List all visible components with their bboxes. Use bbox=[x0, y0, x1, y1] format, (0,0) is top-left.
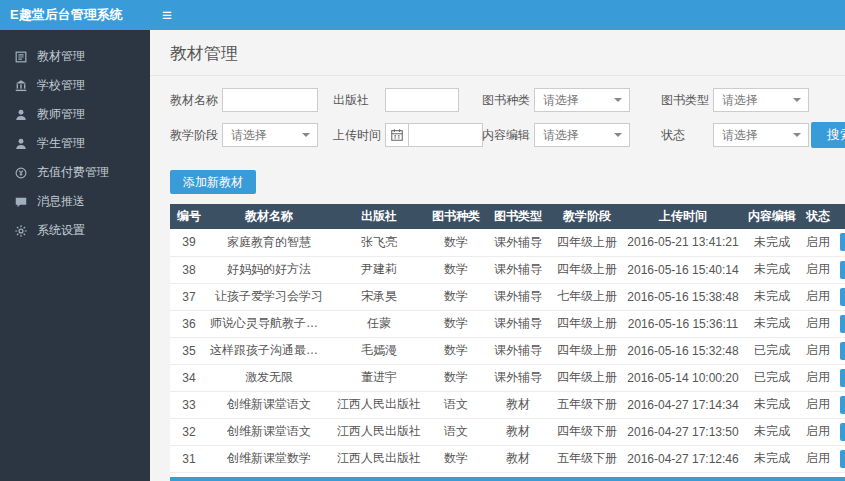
calendar-button[interactable] bbox=[385, 123, 409, 147]
chevron-down-icon bbox=[614, 98, 622, 102]
cell-status: 启用 bbox=[800, 229, 836, 256]
sidebar-item-messages[interactable]: 消息推送 bbox=[0, 187, 150, 216]
row-action-button[interactable] bbox=[840, 288, 845, 306]
filter-book-type: 图书类型 请选择 bbox=[661, 88, 811, 112]
filter-row-2: 教学阶段 请选择 上传时间 内容编辑 bbox=[170, 123, 845, 147]
filter-panel: 教材名称 出版社 图书种类 请选择 图书类型 请 bbox=[150, 76, 845, 147]
cell-category: 数学 bbox=[428, 283, 484, 310]
filter-book-type-label: 图书类型 bbox=[661, 92, 713, 109]
cell-type: 教材 bbox=[484, 391, 552, 418]
filter-content-edit: 内容编辑 请选择 bbox=[482, 123, 661, 147]
sidebar-item-payments[interactable]: 充值付费管理 bbox=[0, 158, 150, 187]
cell-status: 启用 bbox=[800, 283, 836, 310]
gear-icon bbox=[14, 224, 28, 238]
row-action-button[interactable] bbox=[840, 233, 845, 251]
cell-actions bbox=[836, 229, 845, 256]
table-row: 32 创维新课堂语文 江西人民出版社 语文 教材 四年级下册 2016-04-2… bbox=[170, 418, 845, 445]
book-category-select[interactable]: 请选择 bbox=[534, 88, 630, 112]
materials-table-wrap: 编号 教材名称 出版社 图书种类 图书类型 教学阶段 上传时间 内容编辑 状态 … bbox=[170, 204, 845, 481]
row-action-button[interactable] bbox=[840, 261, 845, 279]
cell-time: 2016-05-16 15:36:11 bbox=[622, 310, 744, 337]
cell-name: 创维新课堂语文 bbox=[208, 418, 330, 445]
row-action-button[interactable] bbox=[840, 342, 845, 360]
cell-status: 启用 bbox=[800, 364, 836, 391]
cell-publisher: 江西人民出版社 bbox=[330, 445, 428, 472]
cell-edit: 未完成 bbox=[744, 418, 800, 445]
teacher-user-icon bbox=[14, 108, 28, 122]
add-material-button[interactable]: 添加新教材 bbox=[170, 170, 256, 194]
row-action-button[interactable] bbox=[840, 396, 845, 414]
cell-stage: 四年级下册 bbox=[552, 418, 622, 445]
cell-type: 课外辅导 bbox=[484, 283, 552, 310]
cell-actions bbox=[836, 418, 845, 445]
status-select[interactable]: 请选择 bbox=[713, 123, 809, 147]
cell-id: 38 bbox=[170, 256, 208, 283]
cell-publisher: 尹建莉 bbox=[330, 256, 428, 283]
cell-time: 2016-04-27 17:12:46 bbox=[622, 445, 744, 472]
table-row: 34 激发无限 董进宇 数学 课外辅导 四年级上册 2016-05-14 10:… bbox=[170, 364, 845, 391]
row-action-button[interactable] bbox=[840, 315, 845, 333]
cell-name: 让孩子爱学习会学习 bbox=[208, 283, 330, 310]
cell-id: 39 bbox=[170, 229, 208, 256]
sidebar-item-textbooks[interactable]: 教材管理 bbox=[0, 42, 150, 71]
upload-time-input[interactable] bbox=[409, 123, 483, 147]
content-edit-select[interactable]: 请选择 bbox=[534, 123, 630, 147]
sidebar-item-teachers[interactable]: 教师管理 bbox=[0, 100, 150, 129]
cell-time: 2016-05-16 15:40:14 bbox=[622, 256, 744, 283]
filter-name: 教材名称 bbox=[170, 88, 333, 112]
cell-id: 34 bbox=[170, 364, 208, 391]
cell-actions bbox=[836, 256, 845, 283]
cell-category: 数学 bbox=[428, 229, 484, 256]
cell-edit: 已完成 bbox=[744, 364, 800, 391]
cell-id: 32 bbox=[170, 418, 208, 445]
filter-row-1: 教材名称 出版社 图书种类 请选择 图书类型 请 bbox=[170, 88, 845, 112]
stage-select-value: 请选择 bbox=[231, 127, 267, 144]
material-name-input[interactable] bbox=[222, 88, 318, 112]
message-icon bbox=[14, 195, 28, 209]
cell-category: 数学 bbox=[428, 256, 484, 283]
cell-time: 2016-05-16 15:38:48 bbox=[622, 283, 744, 310]
book-category-select-value: 请选择 bbox=[543, 92, 579, 109]
sidebar-item-settings[interactable]: 系统设置 bbox=[0, 216, 150, 245]
cell-category: 数学 bbox=[428, 337, 484, 364]
cell-actions bbox=[836, 283, 845, 310]
cell-status: 启用 bbox=[800, 337, 836, 364]
table-row: 37 让孩子爱学习会学习 宋承昊 数学 课外辅导 七年级上册 2016-05-1… bbox=[170, 283, 845, 310]
cell-name: 这样跟孩子沟通最有效 bbox=[208, 337, 330, 364]
row-action-button[interactable] bbox=[840, 423, 845, 441]
bank-icon bbox=[14, 79, 28, 93]
publisher-input[interactable] bbox=[385, 88, 459, 112]
stage-select[interactable]: 请选择 bbox=[222, 123, 318, 147]
sidebar-item-schools[interactable]: 学校管理 bbox=[0, 71, 150, 100]
cell-stage: 四年级上册 bbox=[552, 256, 622, 283]
cell-stage: 七年级上册 bbox=[552, 283, 622, 310]
main-layout: 教材管理 学校管理 教师管理 学生管理 充值付费管理 bbox=[0, 30, 845, 481]
page-title: 教材管理 bbox=[150, 30, 845, 76]
row-action-button[interactable] bbox=[840, 450, 845, 468]
cell-time: 2016-05-16 15:32:48 bbox=[622, 337, 744, 364]
filter-status-label: 状态 bbox=[661, 127, 713, 144]
row-action-button[interactable] bbox=[840, 369, 845, 387]
cell-edit: 未完成 bbox=[744, 310, 800, 337]
cell-stage: 四年级上册 bbox=[552, 229, 622, 256]
cell-edit: 已完成 bbox=[744, 337, 800, 364]
sidebar-item-students[interactable]: 学生管理 bbox=[0, 129, 150, 158]
cell-time: 2016-05-21 13:41:21 bbox=[622, 229, 744, 256]
cell-category: 语文 bbox=[428, 391, 484, 418]
book-type-select[interactable]: 请选择 bbox=[713, 88, 809, 112]
header-status: 状态 bbox=[800, 204, 836, 229]
menu-icon[interactable]: ≡ bbox=[162, 7, 172, 24]
app-title: E趣堂后台管理系统 bbox=[0, 6, 150, 24]
header-id: 编号 bbox=[170, 204, 208, 229]
search-button[interactable]: 搜索 bbox=[811, 122, 845, 148]
calendar-icon bbox=[390, 128, 404, 142]
sidebar: 教材管理 学校管理 教师管理 学生管理 充值付费管理 bbox=[0, 30, 150, 481]
cell-stage: 四年级上册 bbox=[552, 337, 622, 364]
cell-id: 31 bbox=[170, 445, 208, 472]
cell-type: 课外辅导 bbox=[484, 256, 552, 283]
table-row: 39 家庭教育的智慧 张飞亮 数学 课外辅导 四年级上册 2016-05-21 … bbox=[170, 229, 845, 256]
cell-edit: 未完成 bbox=[744, 283, 800, 310]
chevron-down-icon bbox=[302, 133, 310, 137]
footer-bar bbox=[170, 477, 845, 481]
cell-status: 启用 bbox=[800, 418, 836, 445]
